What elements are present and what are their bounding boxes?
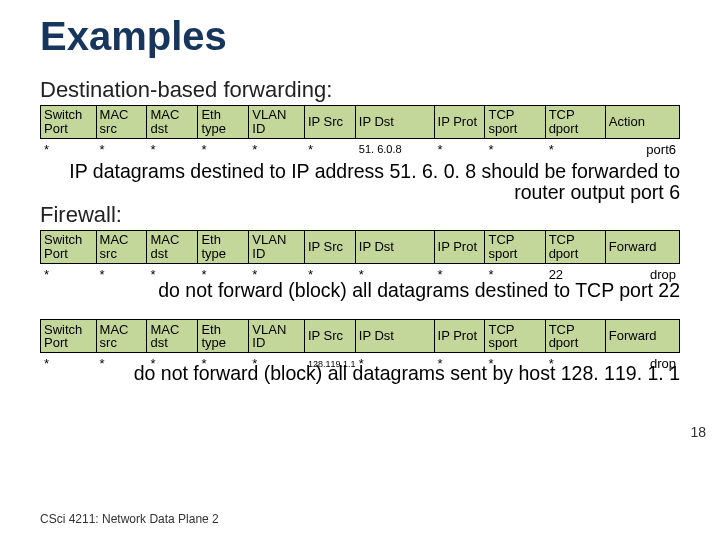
td: * bbox=[96, 139, 147, 162]
page-title: Examples bbox=[40, 14, 680, 59]
td: * bbox=[434, 139, 485, 162]
td: * bbox=[198, 139, 249, 162]
section-dest: Destination-based forwarding: Switch Por… bbox=[40, 77, 680, 204]
footer-left: CSci 4211: Network Data Plane 2 bbox=[40, 512, 219, 526]
dest-explain: IP datagrams destined to IP address 51. … bbox=[40, 161, 680, 204]
th: TCP dport bbox=[545, 230, 605, 263]
th: VLAN ID bbox=[249, 106, 305, 139]
th: Eth type bbox=[198, 106, 249, 139]
th: IP Src bbox=[304, 106, 355, 139]
th: TCP dport bbox=[545, 320, 605, 353]
th: Eth type bbox=[198, 230, 249, 263]
table-dest: Switch Port MAC src MAC dst Eth type VLA… bbox=[40, 105, 680, 161]
firewall-2-explain: do not forward (block) all datagrams sen… bbox=[40, 363, 680, 384]
td: * bbox=[41, 139, 97, 162]
th: MAC src bbox=[96, 230, 147, 263]
th: Action bbox=[605, 106, 679, 139]
th: TCP sport bbox=[485, 320, 545, 353]
th: Forward bbox=[605, 230, 679, 263]
td: * bbox=[147, 139, 198, 162]
th: IP Src bbox=[304, 230, 355, 263]
th: IP Prot bbox=[434, 320, 485, 353]
th: VLAN ID bbox=[249, 230, 305, 263]
th: MAC dst bbox=[147, 106, 198, 139]
section-firewall-label: Firewall: bbox=[40, 202, 680, 228]
section-firewall: Firewall: Switch Port MAC src MAC dst Et… bbox=[40, 202, 680, 397]
th: IP Prot bbox=[434, 230, 485, 263]
table-header-row: Switch Port MAC src MAC dst Eth type VLA… bbox=[41, 320, 680, 353]
th: VLAN ID bbox=[249, 320, 305, 353]
table-row: * * * * * * 51. 6.0.8 * * * port6 bbox=[41, 139, 680, 162]
th: TCP sport bbox=[485, 230, 545, 263]
th: MAC src bbox=[96, 320, 147, 353]
td: * bbox=[249, 139, 305, 162]
td: * bbox=[485, 139, 545, 162]
td: * bbox=[304, 139, 355, 162]
th: TCP dport bbox=[545, 106, 605, 139]
page-number: 18 bbox=[690, 424, 706, 440]
slide-root: Examples Destination-based forwarding: S… bbox=[0, 0, 720, 540]
th: TCP sport bbox=[485, 106, 545, 139]
th: Eth type bbox=[198, 320, 249, 353]
th: IP Dst bbox=[355, 320, 434, 353]
td: 51. 6.0.8 bbox=[355, 139, 434, 162]
table-firewall-1: Switch Port MAC src MAC dst Eth type VLA… bbox=[40, 230, 680, 286]
th: Switch Port bbox=[41, 320, 97, 353]
section-dest-label: Destination-based forwarding: bbox=[40, 77, 680, 103]
td: * bbox=[545, 139, 605, 162]
th: IP Src bbox=[304, 320, 355, 353]
firewall-1-explain: do not forward (block) all datagrams des… bbox=[40, 280, 680, 301]
th: IP Prot bbox=[434, 106, 485, 139]
th: Forward bbox=[605, 320, 679, 353]
th: MAC src bbox=[96, 106, 147, 139]
th: IP Dst bbox=[355, 106, 434, 139]
td: port6 bbox=[605, 139, 679, 162]
th: IP Dst bbox=[355, 230, 434, 263]
th: Switch Port bbox=[41, 106, 97, 139]
th: Switch Port bbox=[41, 230, 97, 263]
th: MAC dst bbox=[147, 230, 198, 263]
table-header-row: Switch Port MAC src MAC dst Eth type VLA… bbox=[41, 230, 680, 263]
th: MAC dst bbox=[147, 320, 198, 353]
table-header-row: Switch Port MAC src MAC dst Eth type VLA… bbox=[41, 106, 680, 139]
